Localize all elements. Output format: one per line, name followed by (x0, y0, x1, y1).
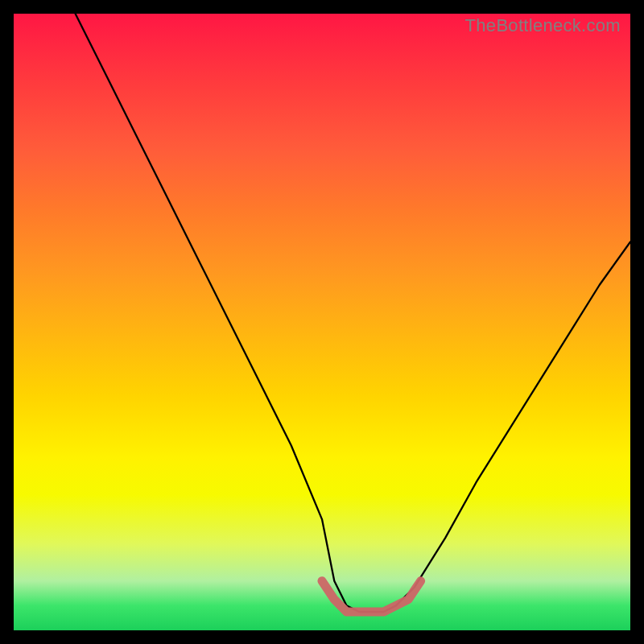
chart-svg (14, 14, 630, 630)
watermark-text: TheBottleneck.com (465, 15, 621, 36)
chart-plot-area: TheBottleneck.com (14, 14, 630, 630)
bottleneck-curve (76, 14, 630, 612)
